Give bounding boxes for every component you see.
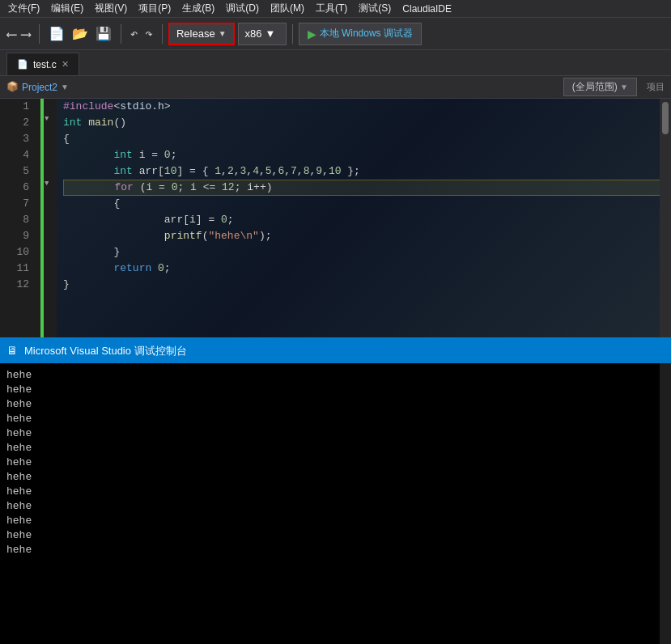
menu-build[interactable]: 生成(B) [177,0,219,17]
line-num-10: 10 [0,244,34,261]
console-line-7: hehe [6,455,665,470]
scope-project-arrow: ▼ [61,83,69,91]
menu-tools[interactable]: 工具(T) [311,0,352,17]
new-file-btn[interactable]: 📄 [45,24,68,44]
code-line-9: printf("hehe\n"); [63,228,665,244]
console-icon: 🖥 [6,345,18,358]
tab-bar: 📄 test.c ✕ [0,50,671,76]
line-num-4: 4 [0,147,34,163]
code-line-5: int arr[10] = { 1,2,3,4,5,6,7,8,9,10 }; [63,163,665,180]
code-line-3: { [63,131,665,147]
code-line-1: #include<stdio.h> [63,99,665,115]
editor-scrollbar[interactable] [660,99,671,337]
console-line-12: hehe [6,528,665,543]
tab-test-c[interactable]: 📄 test.c ✕ [6,53,79,75]
toolbar: ⟵ ⟶ 📄 📂 💾 ↶ ↷ Release ▼ x86 ▼ ▶ 本地 Windo… [0,18,671,50]
line-num-1: 1 [0,99,34,115]
console-line-2: hehe [6,383,665,397]
scope-range-arrow: ▼ [620,83,628,91]
line-num-12: 12 [0,277,34,293]
line-num-6: 6 [0,180,34,196]
line-num-9: 9 [0,228,34,244]
tab-close-btn[interactable]: ✕ [62,59,69,70]
collapse-icon-2[interactable]: ▼ [45,115,49,123]
sep3 [162,24,163,44]
toolbar-back-btn[interactable]: ⟵ [5,25,19,43]
collapse-icon-6[interactable]: ▼ [45,180,49,188]
line-num-7: 7 [0,196,34,212]
gutter-column: ▼ ▼ [40,99,57,337]
sep2 [121,24,121,44]
console-line-6: hehe [6,441,665,455]
code-container: 1 2 3 4 5 6 7 8 9 10 11 12 ▼ ▼ #include<… [0,99,671,337]
open-file-btn[interactable]: 📂 [69,24,91,44]
console-title: Microsoft Visual Studio 调试控制台 [24,344,187,358]
line-num-2: 2 [0,115,34,131]
code-line-12: } [63,277,665,293]
debug-play-icon: ▶ [308,28,316,40]
console-line-1: hehe [6,368,665,383]
toolbar-file-group: 📄 📂 💾 [45,24,115,44]
toolbar-fwd-btn[interactable]: ⟶ [19,25,33,43]
scope-project-label: Project2 [22,82,57,93]
menu-claudia[interactable]: ClaudiaIDE [397,2,457,16]
toolbar-nav-group: ⟵ ⟶ [5,25,33,43]
code-line-8: arr[i] = 0; [63,212,665,228]
line-num-11: 11 [0,261,34,277]
code-line-2: int main() [63,115,665,131]
console-line-11: hehe [6,514,665,528]
redo-btn[interactable]: ↷ [142,24,156,44]
console-scrollbar[interactable] [660,363,671,644]
menu-view[interactable]: 视图(V) [90,0,132,17]
release-dropdown[interactable]: Release ▼ [168,23,235,45]
scope-range-label: (全局范围) [572,81,618,92]
menu-debug[interactable]: 调试(D) [221,0,264,17]
scope-bar: 📦 Project2 ▼ (全局范围) ▼ 项目 [0,76,671,99]
console-line-10: hehe [6,499,665,514]
debug-label: 本地 Windows 调试器 [320,27,413,40]
line-num-8: 8 [0,212,34,228]
console-line-4: hehe [6,412,665,426]
console-line-8: hehe [6,470,665,485]
tab-name: test.c [33,59,57,70]
console-line-13: hehe [6,543,665,557]
toolbar-edit-group: ↶ ↷ [127,24,156,44]
platform-dropdown[interactable]: x86 ▼ [238,23,287,45]
menu-project[interactable]: 项目(P) [134,0,176,17]
console-header: 🖥 Microsoft Visual Studio 调试控制台 [0,339,671,363]
scope-range-dropdown[interactable]: (全局范围) ▼ [563,78,637,96]
code-content[interactable]: #include<stdio.h> int main() { int i = 0… [57,99,671,337]
scope-nav-label: 项目 [647,81,665,93]
platform-label: x86 [245,28,262,40]
release-label: Release [176,28,215,40]
menu-file[interactable]: 文件(F) [3,0,45,17]
code-line-6: for (i = 0; i <= 12; i++) [63,180,665,196]
console-line-3: hehe [6,397,665,412]
save-btn[interactable]: 💾 [92,24,115,44]
console-line-5: hehe [6,426,665,441]
debug-start-btn[interactable]: ▶ 本地 Windows 调试器 [299,23,422,45]
console-panel: 🖥 Microsoft Visual Studio 调试控制台 hehe heh… [0,337,671,644]
scope-project-dropdown[interactable]: Project2 ▼ [22,82,69,93]
release-arrow-icon: ▼ [219,29,227,38]
undo-btn[interactable]: ↶ [127,24,142,44]
code-line-7: { [63,196,665,212]
sep1 [39,24,40,44]
menu-edit[interactable]: 编辑(E) [46,0,88,17]
menu-team[interactable]: 团队(M) [265,0,309,17]
code-line-4: int i = 0; [63,147,665,163]
console-line-9: hehe [6,485,665,499]
line-num-5: 5 [0,163,34,180]
line-num-3: 3 [0,131,34,147]
scroll-thumb[interactable] [662,102,669,134]
code-line-10: } [63,244,665,261]
editor-area[interactable]: 1 2 3 4 5 6 7 8 9 10 11 12 ▼ ▼ #include<… [0,99,671,337]
scope-icon: 📦 [6,81,19,93]
menu-bar: 文件(F) 编辑(E) 视图(V) 项目(P) 生成(B) 调试(D) 团队(M… [0,0,671,18]
green-bar-indicator [40,99,44,337]
sep4 [292,24,293,44]
file-icon: 📄 [17,59,28,70]
code-line-11: return 0; [63,261,665,277]
menu-test[interactable]: 测试(S) [354,0,396,17]
console-output[interactable]: hehe hehe hehe hehe hehe hehe hehe hehe … [0,363,671,644]
